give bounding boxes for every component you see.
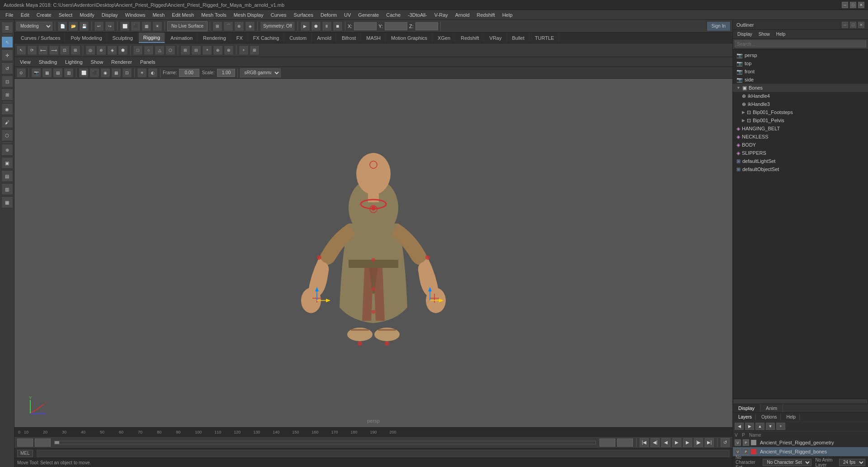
tree-item-ikhandle3[interactable]: ⊕ ikHandle3 bbox=[733, 100, 868, 108]
rig-shape-btn3[interactable]: △ bbox=[155, 45, 165, 55]
tab-bifrost[interactable]: Bifrost bbox=[337, 33, 361, 43]
texture-btn[interactable]: ▦ bbox=[142, 21, 151, 31]
vp-cam-btn4[interactable]: ▥ bbox=[64, 68, 74, 78]
tab-poly-modeling[interactable]: Poly Modeling bbox=[66, 33, 107, 43]
scale-input[interactable] bbox=[217, 69, 235, 77]
vp-shade-ao[interactable]: ⊡ bbox=[122, 68, 132, 78]
tab-vray[interactable]: VRay bbox=[485, 33, 507, 43]
y-input[interactable] bbox=[385, 22, 407, 30]
outliner-minimize-btn[interactable]: ─ bbox=[842, 22, 848, 28]
menu-select[interactable]: Select bbox=[55, 11, 76, 19]
tab-fx[interactable]: FX bbox=[232, 33, 248, 43]
viewport-menu-show[interactable]: Show bbox=[87, 58, 107, 66]
menu-3dtoa[interactable]: -3DtoAll- bbox=[404, 11, 431, 19]
stop-btn[interactable]: ⏹ bbox=[333, 21, 343, 31]
sign-in-btn[interactable]: Sign In bbox=[707, 21, 731, 31]
tree-item-footsteps[interactable]: ▶ ⊡ Bip001_Footsteps bbox=[733, 108, 868, 116]
layers-prev-btn[interactable]: ◀ bbox=[735, 423, 744, 430]
rig-btn6[interactable]: ⊞ bbox=[71, 45, 80, 55]
rig-btn5[interactable]: ⊡ bbox=[60, 45, 70, 55]
select-tool-btn[interactable]: ↖ bbox=[1, 36, 13, 48]
tab-arnold[interactable]: Arnold bbox=[312, 33, 336, 43]
menu-cache[interactable]: Cache bbox=[382, 11, 404, 19]
outliner-close-btn[interactable]: ✕ bbox=[858, 22, 864, 28]
rig-plus-btn[interactable]: + bbox=[239, 45, 249, 55]
rig-ctrl-btn1[interactable]: ⊞ bbox=[180, 45, 190, 55]
fps-dropdown[interactable]: 24 fps bbox=[839, 459, 865, 466]
rig-btn2[interactable]: ⟳ bbox=[27, 45, 37, 55]
viewport-menu-shading[interactable]: Shading bbox=[35, 58, 61, 66]
subtab-options[interactable]: Options bbox=[758, 414, 781, 420]
viewport-menu-view[interactable]: View bbox=[16, 58, 34, 66]
play-btn[interactable]: ▶ bbox=[672, 438, 681, 447]
rig-btn3[interactable]: ⟵ bbox=[38, 45, 48, 55]
render-btn[interactable]: ▶ bbox=[300, 21, 310, 31]
universal-tool-btn[interactable]: ⊞ bbox=[1, 89, 13, 100]
vp-shade-flat[interactable]: ⬛ bbox=[90, 68, 99, 78]
rigging-btn1[interactable]: ⊕ bbox=[1, 144, 13, 156]
tree-item-front[interactable]: 📷 front bbox=[733, 67, 868, 76]
save-btn[interactable]: 💾 bbox=[79, 21, 89, 31]
current-frame-input[interactable]: 1 bbox=[17, 438, 33, 447]
tab-redshift[interactable]: Redshift bbox=[456, 33, 484, 43]
tab-xgen[interactable]: XGen bbox=[433, 33, 455, 43]
prev-frame-btn[interactable]: ◀ bbox=[661, 438, 670, 447]
range-start-input[interactable]: 1 bbox=[35, 438, 51, 447]
minimize-button[interactable]: ─ bbox=[842, 2, 848, 8]
outliner-maximize-btn[interactable]: □ bbox=[850, 22, 856, 28]
rigging-btn5[interactable]: ▦ bbox=[1, 196, 13, 208]
vp-tb-select[interactable]: ⊙ bbox=[16, 68, 26, 78]
rig-ctrl-btn4[interactable]: ⊕ bbox=[213, 45, 223, 55]
rig-shape-btn2[interactable]: ○ bbox=[144, 45, 154, 55]
rig-joint-btn[interactable]: ◎ bbox=[85, 45, 95, 55]
soft-select-btn[interactable]: ◉ bbox=[1, 103, 13, 115]
snap-point-btn[interactable]: ⊕ bbox=[234, 21, 244, 31]
menu-create[interactable]: Create bbox=[33, 11, 55, 19]
sidebar-menu-btn[interactable]: ☰ bbox=[1, 22, 13, 33]
close-button[interactable]: ✕ bbox=[858, 2, 864, 8]
tree-item-ikhandle4[interactable]: ⊕ ikHandle4 bbox=[733, 92, 868, 100]
light-btn[interactable]: ☀ bbox=[152, 21, 162, 31]
go-end-btn[interactable]: ▶| bbox=[705, 438, 714, 447]
rig-shape-btn4[interactable]: ⬡ bbox=[165, 45, 175, 55]
viewport-menu-panels[interactable]: Panels bbox=[137, 58, 159, 66]
vp-shade-tx[interactable]: ▦ bbox=[111, 68, 121, 78]
menu-uv[interactable]: UV bbox=[340, 11, 354, 19]
layer-bones-vis[interactable]: V bbox=[735, 448, 741, 455]
tree-item-neckless[interactable]: ◈ NECKLESS bbox=[733, 133, 868, 141]
rig-skin-btn[interactable]: ◈ bbox=[107, 45, 117, 55]
redo-btn[interactable]: ↪ bbox=[105, 21, 115, 31]
menu-deform[interactable]: Deform bbox=[317, 11, 340, 19]
subtab-help[interactable]: Help bbox=[783, 414, 800, 420]
sculpt-btn[interactable]: ⬡ bbox=[1, 129, 13, 141]
tree-item-default-object-set[interactable]: ⊞ defaultObjectSet bbox=[733, 165, 868, 173]
tab-bullet[interactable]: Bullet bbox=[508, 33, 530, 43]
menu-edit-mesh[interactable]: Edit Mesh bbox=[168, 11, 198, 19]
scale-tool-btn[interactable]: ⊡ bbox=[1, 76, 13, 87]
mode-dropdown[interactable]: Modeling Rigging Animation bbox=[16, 22, 52, 31]
go-start-btn[interactable]: |◀ bbox=[640, 438, 649, 447]
tab-motion-graphics[interactable]: Motion Graphics bbox=[387, 33, 432, 43]
rigging-btn2[interactable]: ▣ bbox=[1, 157, 13, 169]
snap-curve-btn[interactable]: ⌒ bbox=[223, 21, 233, 31]
menu-file[interactable]: File bbox=[2, 11, 17, 19]
layer-bones-p[interactable]: P bbox=[743, 448, 749, 455]
next-key-btn[interactable]: |▶ bbox=[694, 438, 703, 447]
layer-geometry[interactable]: V P Ancient_Priest_Rigged_geometry bbox=[733, 438, 868, 447]
new-scene-btn[interactable]: 📄 bbox=[57, 21, 67, 31]
tree-item-top[interactable]: 📷 top bbox=[733, 59, 868, 67]
maximize-button[interactable]: □ bbox=[850, 2, 856, 8]
tab-mash[interactable]: MASH bbox=[362, 33, 386, 43]
tree-item-slippers[interactable]: ◈ SLIPPERS bbox=[733, 149, 868, 157]
bottom-tab-display[interactable]: Display bbox=[733, 404, 760, 412]
rig-btn1[interactable]: ↖ bbox=[16, 45, 26, 55]
viewport[interactable]: persp X Y Z bbox=[14, 79, 732, 427]
subtab-layers[interactable]: Layers bbox=[735, 414, 756, 420]
rig-ctrl-btn3[interactable]: ⌖ bbox=[202, 45, 212, 55]
rig-shape-btn1[interactable]: □ bbox=[133, 45, 143, 55]
frame-input[interactable] bbox=[179, 69, 199, 77]
timeline-area[interactable]: 0 10 20 30 40 50 60 70 80 90 100 110 120… bbox=[14, 427, 732, 436]
open-btn[interactable]: 📂 bbox=[68, 21, 78, 31]
no-live-surface-btn[interactable]: No Live Surface bbox=[167, 21, 208, 31]
outliner-tree[interactable]: 📷 persp 📷 top 📷 front 📷 side bbox=[733, 49, 868, 398]
